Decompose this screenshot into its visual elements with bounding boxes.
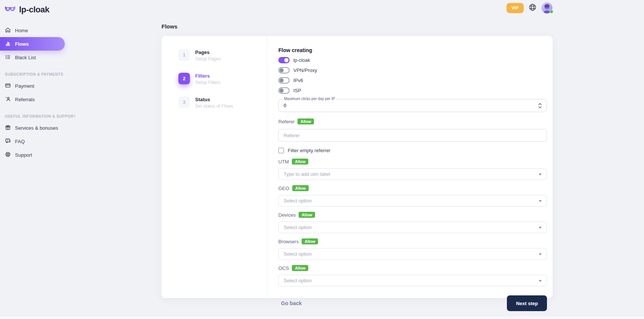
number-stepper-icon[interactable] [538,103,542,109]
toggle-ipv6[interactable]: IPv6 [278,77,547,84]
language-button[interactable] [529,3,536,12]
ocs-label: OCS [278,265,289,271]
referer-input[interactable] [278,129,547,142]
chevron-down-icon [539,227,542,229]
browsers-allow-badge[interactable]: Allow [302,238,318,245]
ocs-select[interactable] [278,275,547,286]
form-footer: Go back Next step [278,295,547,311]
browsers-select-input[interactable] [279,249,547,259]
brand-logo[interactable]: lp-cloak [0,0,75,15]
toggle-label: IPv6 [293,78,303,83]
sidebar-item-label: Support [15,152,32,158]
utm-select[interactable] [278,168,547,180]
list-icon [5,54,11,61]
utm-select-input[interactable] [279,169,547,180]
step-number: 3 [178,96,190,108]
page-title: Flows [161,23,178,30]
toggle-label: lp-cloak [293,57,310,63]
gift-icon [5,124,11,132]
chevron-down-icon [539,174,542,175]
sidebar-item-flows[interactable]: Flows [0,37,65,51]
svg-text:?: ? [7,139,9,141]
sidebar-item-services[interactable]: Services & bonuses [0,121,65,135]
browsers-select[interactable] [278,248,547,260]
sidebar: lp-cloak Home Flows [0,0,75,319]
sidebar-item-support[interactable]: Support [0,148,65,162]
toggle-switch[interactable] [278,77,290,84]
step-status[interactable]: 3 Status Set status of Flows [178,96,267,109]
step-pages[interactable]: 1 Pages Setup Pages [178,49,267,61]
sidebar-item-faq[interactable]: ? FAQ [0,135,65,148]
geo-select[interactable] [278,195,547,207]
max-clicks-field: Maximum clicks per day per IP [278,99,547,112]
step-title: Pages [195,49,221,55]
step-number: 1 [178,49,190,61]
online-status-dot [550,10,553,13]
chevron-down-icon [539,280,542,282]
geo-label: GEO [278,186,289,191]
flows-icon [5,40,11,48]
toggle-lp-cloak[interactable]: lp-cloak [278,57,547,63]
sidebar-item-label: Payment [15,83,34,89]
geo-allow-badge[interactable]: Allow [292,185,309,192]
sidebar-section-useful: USEFUL INFORMATION & SUPPORT [5,114,75,118]
devices-label: Devices [278,212,296,218]
filter-empty-referrer-label: Filter empty referrer [288,148,330,153]
mask-icon [4,4,16,15]
sidebar-item-referrals[interactable]: Referrals [0,93,65,106]
header-actions: VIP [507,2,553,13]
sidebar-item-black-list[interactable]: Black List [0,51,65,64]
form-title: Flow creating [278,47,547,53]
person-add-icon [5,96,11,103]
user-avatar[interactable] [541,2,553,13]
flow-card: 1 Pages Setup Pages 2 Filters Setup Filt… [161,36,553,298]
sidebar-item-label: Services & bonuses [15,125,58,131]
go-back-button[interactable]: Go back [278,300,302,306]
browsers-group: Browsers Allow [278,238,547,260]
ocs-allow-badge[interactable]: Allow [292,265,308,271]
ocs-select-input[interactable] [279,275,547,286]
ocs-group: OCS Allow [278,264,547,286]
devices-select[interactable] [278,222,547,233]
step-subtitle: Setup Pages [195,56,221,61]
max-clicks-label: Maximum clicks per day per IP [282,97,336,101]
toggle-vpn-proxy[interactable]: VPN/Proxy [278,67,547,73]
toggle-label: VPN/Proxy [293,67,317,73]
max-clicks-input[interactable] [279,99,547,112]
devices-select-input[interactable] [279,222,547,233]
step-title: Status [195,96,233,102]
devices-group: Devices Allow [278,211,547,233]
toggle-isp[interactable]: ISP [278,87,547,94]
toggle-switch[interactable] [278,67,290,73]
step-filters[interactable]: 2 Filters Setup Filters [178,73,267,85]
step-subtitle: Set status of Flows [195,103,233,109]
chevron-down-icon [539,253,542,255]
step-subtitle: Setup Filters [195,80,220,85]
devices-allow-badge[interactable]: Allow [299,212,315,218]
toggle-switch[interactable] [278,87,290,94]
home-icon [5,27,11,34]
step-title: Filters [195,73,220,79]
sidebar-item-home[interactable]: Home [0,24,65,37]
filter-empty-referrer-row[interactable]: Filter empty referrer [278,148,547,153]
chevron-down-icon [539,200,542,202]
sidebar-item-label: Referrals [15,97,35,102]
sidebar-section-subscription: SUBSCRIPTION & PAYMENTS [5,72,75,76]
filter-empty-referrer-checkbox[interactable] [278,148,284,153]
faq-icon: ? [5,138,11,145]
toggle-label: ISP [293,88,301,93]
referer-allow-badge[interactable]: Allow [297,118,314,125]
next-step-button[interactable]: Next step [507,295,547,311]
toggle-switch[interactable] [278,57,290,63]
utm-group: UTM Allow [278,158,547,180]
vip-button[interactable]: VIP [507,3,524,13]
geo-group: GEO Allow [278,184,547,207]
brand-name: lp-cloak [19,5,49,15]
geo-select-input[interactable] [279,195,547,206]
sidebar-item-payment[interactable]: Payment [0,79,65,93]
utm-label: UTM [278,159,289,165]
utm-allow-badge[interactable]: Allow [292,159,308,165]
sidebar-item-label: Home [15,28,28,33]
referer-label-row: Referer Allow [278,118,547,125]
flow-form: Flow creating lp-cloak VPN/Proxy IPv6 IS… [267,36,553,298]
